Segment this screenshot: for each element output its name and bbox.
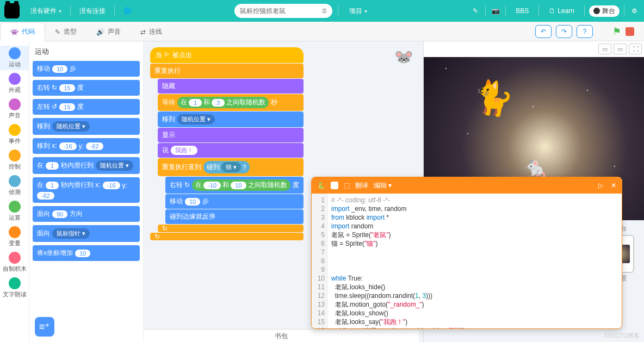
editor-tabs: 👾 代码 ✎ 造型 🔊 声音 ⇄ 连线 ↶ ↷ ? ⚑ (0, 22, 644, 41)
tab-costume[interactable]: ✎ 造型 (45, 23, 86, 41)
block-bounce[interactable]: 碰到边缘就反弹 (165, 209, 304, 224)
divider (114, 5, 115, 16)
python-header[interactable]: 🐍 ⬚ 翻译 编辑 ▾ ▷ ✕ (312, 177, 622, 194)
cat-sprite[interactable]: 🐈 (469, 76, 516, 121)
category-声音[interactable]: 声音 (0, 97, 29, 121)
tab-sound[interactable]: 🔊 声音 (86, 23, 131, 41)
python-panel: 🐍 ⬚ 翻译 编辑 ▾ ▷ ✕ 123456789101112131415161… (311, 177, 622, 329)
connection-menu[interactable]: 没有连接 (74, 4, 111, 18)
line-gutter: 123456789101112131415161718192021 (312, 194, 328, 328)
learn-link[interactable]: 🗋 Learn (543, 5, 580, 17)
sprite-thumbnail-icon: 🐭 (394, 48, 413, 66)
expand-icon[interactable]: ⬚ (344, 182, 350, 189)
block-glide-random[interactable]: 在1秒内滑行到随机位置 ▾ (33, 157, 140, 174)
divider (338, 5, 338, 16)
block-move[interactable]: 移动10步 (33, 61, 140, 77)
app-logo (4, 3, 20, 18)
top-toolbar: 没有硬件▾ 没有连接 🌐 鼠标控猫抓老鼠🗎 项目▾ ✎ 📷 BBS 🗋 Lear… (0, 0, 644, 22)
block-wait[interactable]: 等待在1和3之间取随机数秒 (158, 94, 304, 111)
save-icon[interactable]: 🗎 (321, 7, 328, 15)
tab-connect[interactable]: ⇄ 连线 (131, 23, 172, 41)
tab-code[interactable]: 👾 代码 (0, 22, 45, 41)
stop-icon[interactable] (626, 27, 634, 36)
block-turn-left[interactable]: 左转 ↺15度 (33, 99, 140, 115)
block-say[interactable]: 说我跑！ (158, 143, 304, 158)
backpack-bar[interactable]: 书包 (144, 329, 419, 342)
stage-large-button[interactable]: ▭ (614, 43, 627, 54)
stage-small-button[interactable]: ▭ (598, 43, 611, 54)
block-turn[interactable]: 右转 ↻在-10和10之间取随机数度 (165, 177, 304, 194)
run-icon[interactable]: ▷ (598, 182, 603, 189)
project-name-input[interactable]: 鼠标控猫抓老鼠🗎 (234, 4, 332, 18)
translate-label: 翻译 (355, 181, 368, 190)
block-palette: 运动 移动10步 右转 ↻15度 左转 ↺15度 移到随机位置 ▾ 移到 x:-… (29, 41, 144, 342)
category-侦测[interactable]: 侦测 (0, 173, 29, 198)
bbs-link[interactable]: BBS (510, 5, 534, 17)
gear-icon[interactable]: ⚙ (629, 5, 640, 16)
hardware-menu[interactable]: 没有硬件▾ (25, 4, 67, 18)
watermark: ©51CTO博客 (604, 332, 640, 340)
stage-full-button[interactable]: ⛶ (629, 43, 642, 54)
camera-icon[interactable]: 📷 (490, 5, 501, 16)
add-extension-button[interactable]: ≡⁺ (35, 317, 54, 337)
code-editor[interactable]: 123456789101112131415161718192021 # -*- … (312, 194, 622, 328)
category-自制积木[interactable]: 自制积木 (0, 250, 29, 275)
redo-button[interactable]: ↷ (556, 25, 572, 38)
block-hide[interactable]: 隐藏 (158, 79, 304, 94)
python-icon: 🐍 (317, 182, 325, 189)
category-外观[interactable]: 外观 (0, 71, 29, 96)
close-icon[interactable]: ✕ (611, 182, 616, 189)
category-文字朗读[interactable]: 文字朗读 (0, 276, 29, 300)
chevron-down-icon: ▾ (59, 8, 61, 14)
category-运算[interactable]: 运算 (0, 199, 29, 223)
block-change-x[interactable]: 将x坐标增加10 (33, 245, 140, 261)
block-point-to[interactable]: 面向鼠标指针 ▾ (33, 225, 140, 242)
stage-toggle[interactable]: 舞台 (589, 5, 620, 17)
edit-icon[interactable]: ✎ (470, 5, 481, 16)
category-控制[interactable]: 控制 (0, 148, 29, 172)
block-forever[interactable]: 重复执行 (150, 64, 304, 78)
block-show[interactable]: 显示 (158, 128, 304, 142)
script-stack[interactable]: 当 🏳 被点击 重复执行 隐藏 等待在1和3之间取随机数秒 移到随机位置 ▾ 显… (150, 47, 304, 241)
undo-button[interactable]: ↶ (535, 25, 552, 38)
block-goto-random[interactable]: 移到随机位置 ▾ (33, 118, 140, 135)
category-运动[interactable]: 运动 (0, 46, 29, 70)
block-point-dir[interactable]: 面向90方向 (33, 206, 140, 222)
block-loop-end[interactable]: ↻ (158, 225, 304, 232)
block-glide-xy[interactable]: 在1秒内滑行到 x:-16y:-62 (33, 177, 140, 203)
block-goto-xy[interactable]: 移到 x:-16y:-62 (33, 138, 140, 154)
block-loop-end[interactable]: ↻ (150, 233, 304, 240)
edit-menu[interactable]: 编辑 ▾ (374, 181, 392, 190)
help-button[interactable]: ? (577, 25, 593, 38)
project-menu[interactable]: 项目▾ (344, 4, 373, 18)
block-repeat-until[interactable]: 重复执行直到碰到猫 ▾? (158, 158, 304, 176)
palette-header: 运动 (35, 47, 140, 57)
category-column: 运动外观声音事件控制侦测运算变量自制积木文字朗读 (0, 41, 29, 342)
category-变量[interactable]: 变量 (0, 225, 29, 249)
globe-icon[interactable]: 🌐 (118, 5, 137, 17)
sync-toggle[interactable] (331, 182, 338, 189)
block-turn-right[interactable]: 右转 ↻15度 (33, 80, 140, 96)
category-事件[interactable]: 事件 (0, 122, 29, 147)
code-content[interactable]: # -*- coding: utf-8 -*- import _env, tim… (328, 194, 622, 328)
divider (70, 5, 71, 16)
block-when-flag[interactable]: 当 🏳 被点击 (150, 47, 304, 63)
block-goto[interactable]: 移到随机位置 ▾ (158, 111, 304, 127)
block-move2[interactable]: 移动10步 (165, 194, 304, 209)
green-flag-icon[interactable]: ⚑ (612, 26, 621, 38)
